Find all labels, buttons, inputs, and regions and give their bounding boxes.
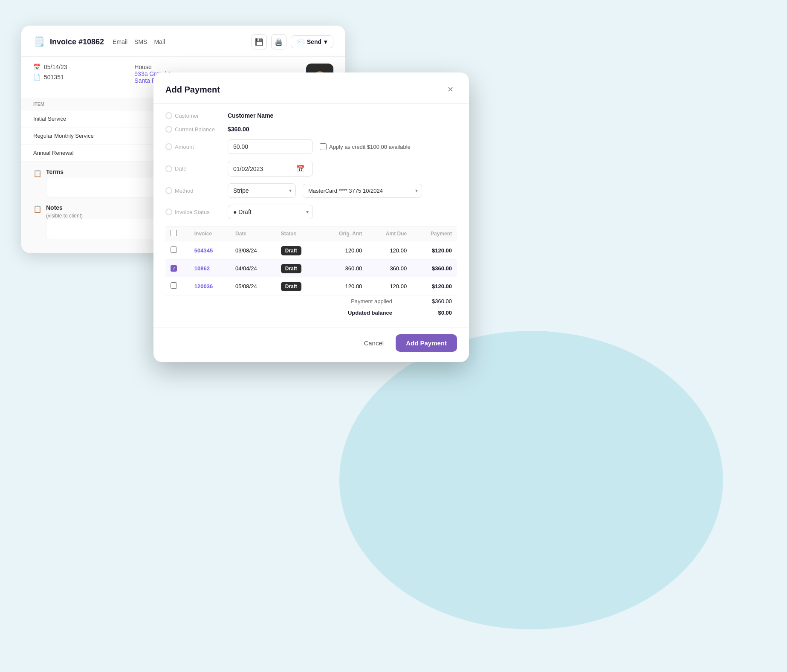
invoice-icon: 🗒️ — [33, 36, 45, 47]
add-payment-modal: Add Payment ✕ Customer Customer Name Cur… — [153, 72, 469, 362]
row3-orig-amt-cell: 120.00 — [320, 277, 367, 295]
method-select[interactable]: Stripe Cash Check — [228, 183, 296, 198]
row1-checkbox-cell — [165, 241, 189, 260]
send-plane-icon: ✉️ — [297, 38, 304, 45]
chevron-down-icon: ▾ — [324, 38, 327, 45]
row2-invoice-cell: 10862 — [189, 260, 230, 277]
status-row: Invoice Status ● Draft ● Sent ● Paid ▾ — [165, 205, 457, 219]
date-input[interactable] — [233, 165, 293, 172]
save-icon-button[interactable]: 💾 — [252, 34, 267, 49]
modal-body: Customer Customer Name Current Balance $… — [153, 104, 469, 327]
row3-payment-cell: $120.00 — [412, 277, 457, 295]
draft-badge: Draft — [281, 264, 301, 273]
invoice-toolbar: 💾 🖨️ ✉️ Send ▾ — [252, 34, 333, 49]
row3-status-cell: Draft — [276, 277, 320, 295]
row1-date-cell: 03/08/24 — [230, 241, 276, 260]
status-select[interactable]: ● Draft ● Sent ● Paid — [228, 205, 313, 219]
payment-col-header: Payment — [412, 226, 457, 241]
sms-action[interactable]: SMS — [134, 38, 147, 45]
calendar-icon: 📅 — [33, 64, 41, 70]
credit-label: Apply as credit $100.00 available — [329, 144, 411, 150]
customer-dot — [165, 112, 172, 119]
date-label: Date — [165, 165, 221, 172]
draft-badge: Draft — [281, 282, 301, 291]
status-col-header: Status — [276, 226, 320, 241]
row3-checkbox[interactable] — [171, 282, 177, 289]
invoice-date: 05/14/23 — [44, 64, 67, 70]
method-label: Method — [165, 187, 221, 194]
close-button[interactable]: ✕ — [443, 83, 457, 96]
method-row: Method Stripe Cash Check ▾ MasterCard **… — [165, 183, 457, 198]
table-row: ✓ 10862 04/04/24 Draft 360.00 360.00 $36… — [165, 260, 457, 277]
customer-row: Customer Customer Name — [165, 112, 457, 119]
draft-badge: Draft — [281, 246, 301, 255]
terms-icon: 📋 — [33, 169, 42, 177]
table-row: 504345 03/08/24 Draft 120.00 120.00 $120… — [165, 241, 457, 260]
invoice-link[interactable]: 504345 — [194, 247, 213, 254]
modal-invoice-table: Invoice Date Status Orig. Amt Amt Due Pa… — [165, 226, 457, 295]
invoice-link[interactable]: 10862 — [194, 265, 210, 272]
invoice-link[interactable]: 120036 — [194, 283, 213, 290]
payment-applied-value: $360.00 — [418, 298, 452, 304]
amt-due-col-header: Amt Due — [367, 226, 412, 241]
updated-balance-label: Updated balance — [348, 310, 392, 316]
card-select-wrap: MasterCard **** 3775 10/2024 ▾ — [303, 184, 422, 198]
method-select-wrap: Stripe Cash Check ▾ — [228, 183, 296, 198]
send-button[interactable]: ✉️ Send ▾ — [291, 35, 333, 48]
invoice-header: 🗒️ Invoice #10862 Email SMS Mail 💾 🖨️ ✉️… — [21, 26, 345, 57]
email-action[interactable]: Email — [113, 38, 127, 45]
date-col-header: Date — [230, 226, 276, 241]
customer-value: Customer Name — [228, 112, 273, 119]
row1-checkbox[interactable] — [171, 246, 177, 253]
add-payment-button[interactable]: Add Payment — [396, 334, 457, 352]
row3-checkbox-cell — [165, 277, 189, 295]
row1-amt-due-cell: 120.00 — [367, 241, 412, 260]
background-blob — [339, 331, 723, 629]
card-select[interactable]: MasterCard **** 3775 10/2024 — [303, 184, 422, 198]
status-select-wrap: ● Draft ● Sent ● Paid ▾ — [228, 205, 313, 219]
order-number: 501351 — [44, 74, 64, 81]
date-row: Date 📅 — [165, 161, 457, 177]
balance-label: Current Balance — [165, 126, 221, 133]
row2-status-cell: Draft — [276, 260, 320, 277]
date-input-wrap[interactable]: 📅 — [228, 161, 313, 177]
row3-date-cell: 05/08/24 — [230, 277, 276, 295]
method-dot — [165, 187, 172, 194]
orig-amt-col-header: Orig. Amt — [320, 226, 367, 241]
payment-applied-label: Payment applied — [351, 298, 392, 304]
save-icon: 💾 — [255, 38, 263, 46]
send-label: Send — [307, 38, 321, 45]
invoice-actions: Email SMS Mail — [113, 38, 165, 45]
notes-icon: 📋 — [33, 205, 42, 213]
row2-amt-due-cell: 360.00 — [367, 260, 412, 277]
row2-checkbox-checked[interactable]: ✓ — [171, 265, 177, 272]
row2-date-cell: 04/04/24 — [230, 260, 276, 277]
modal-title: Add Payment — [165, 85, 220, 95]
amount-label: Amount — [165, 143, 221, 150]
address-name: House — [134, 64, 232, 70]
invoice-col-header: Invoice — [189, 226, 230, 241]
payment-applied-row: Payment applied $360.00 — [165, 295, 457, 307]
table-row: 120036 05/08/24 Draft 120.00 120.00 $120… — [165, 277, 457, 295]
row1-payment-cell: $120.00 — [412, 241, 457, 260]
row3-invoice-cell: 120036 — [189, 277, 230, 295]
mail-action[interactable]: Mail — [154, 38, 165, 45]
select-all-checkbox[interactable] — [171, 230, 177, 236]
credit-checkbox[interactable] — [320, 143, 327, 150]
checkbox-col-header — [165, 226, 189, 241]
print-icon-button[interactable]: 🖨️ — [271, 34, 286, 49]
balance-dot — [165, 126, 172, 133]
status-label: Invoice Status — [165, 209, 221, 215]
order-row: 📄 501351 — [33, 74, 131, 81]
row2-orig-amt-cell: 360.00 — [320, 260, 367, 277]
row1-orig-amt-cell: 120.00 — [320, 241, 367, 260]
credit-row: Apply as credit $100.00 available — [320, 143, 411, 150]
date-row: 📅 05/14/23 — [33, 64, 131, 70]
updated-balance-row: Updated balance $0.00 — [165, 307, 457, 319]
invoice-title: Invoice #10862 — [50, 38, 104, 46]
amount-input[interactable] — [228, 139, 313, 154]
print-icon: 🖨️ — [275, 38, 283, 46]
row3-amt-due-cell: 120.00 — [367, 277, 412, 295]
amount-dot — [165, 143, 172, 150]
cancel-button[interactable]: Cancel — [357, 336, 391, 350]
